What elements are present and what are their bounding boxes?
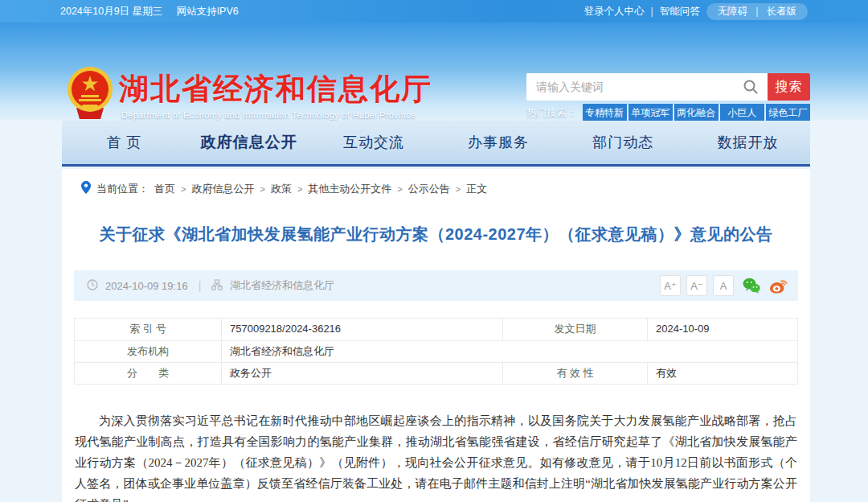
accessibility-mode-link[interactable]: 无障碍 [718, 5, 748, 19]
breadcrumb-other-docs[interactable]: 其他主动公开文件 [308, 182, 391, 196]
font-reset-button[interactable]: A [713, 275, 734, 296]
topbar-separator: | [755, 6, 758, 17]
nav-item-gov-info[interactable]: 政府信息公开 [186, 121, 311, 164]
breadcrumb-gov-info[interactable]: 政府信息公开 [191, 182, 254, 196]
nav-item-department-news[interactable]: 部门动态 [561, 121, 686, 164]
article-body: 为深入贯彻落实习近平总书记在新时代推动中部地区崛起座谈会上的指示精神，以及国务院… [75, 410, 797, 502]
hot-tag-zhuanjingtexin[interactable]: 专精特新 [583, 104, 627, 122]
meta-validity-label: 有 效 性 [503, 362, 648, 384]
hot-tag-danxiangguanjun[interactable]: 单项冠军 [628, 104, 673, 122]
meta-divider: | [199, 279, 202, 292]
breadcrumb-separator: > [181, 184, 186, 194]
article-meta-bar: 2024-10-09 19:16 | 湖北省经济和信息化厅 A⁺ A⁻ A [74, 270, 798, 301]
topbar-right: 登录个人中心 | 智能问答 无障碍 | 长者版 [584, 3, 809, 20]
clock-icon [87, 279, 98, 293]
elder-version-link[interactable]: 长者版 [767, 5, 797, 19]
site-header: 湖北省经济和信息化厅 Department of Economy and Inf… [0, 23, 868, 121]
meta-validity-value: 有效 [648, 362, 797, 384]
hot-tag-lianghuaronghe[interactable]: 两化融合 [674, 104, 719, 122]
font-decrease-button[interactable]: A⁻ [686, 275, 707, 296]
ipv6-support-label: 网站支持IPV6 [177, 6, 239, 17]
breadcrumb-separator: > [456, 184, 461, 194]
article-meta-right: A⁺ A⁻ A [660, 275, 788, 296]
search-input[interactable] [526, 73, 768, 101]
meta-org-value: 湖北省经济和信息化厅 [222, 340, 797, 362]
meta-category-label: 分 类 [75, 362, 222, 384]
smart-qa-link[interactable]: 智能问答 [660, 5, 700, 19]
source-org-icon [211, 279, 223, 293]
search-icon [743, 79, 759, 95]
meta-issue-date-label: 发文日期 [503, 319, 648, 340]
login-personal-center-link[interactable]: 登录个人中心 [584, 5, 645, 19]
meta-org-label: 发布机构 [75, 340, 222, 362]
nav-item-interaction[interactable]: 互动交流 [311, 121, 436, 164]
site-title-english: Department of Economy and Information Te… [121, 110, 416, 120]
breadcrumb-current[interactable]: 正文 [466, 182, 487, 196]
meta-index-label: 索 引 号 [75, 319, 222, 340]
search-button[interactable]: 搜索 [768, 73, 810, 101]
breadcrumb-separator: > [397, 184, 402, 194]
hot-search-label: 热门搜索： [526, 106, 577, 120]
document-meta-table: 索 引 号 757009218/2024-36216 发文日期 2024-10-… [74, 318, 798, 385]
breadcrumb-separator: > [297, 184, 302, 194]
main-navigation: 首 页 政府信息公开 互动交流 办事服务 部门动态 数据开放 [62, 121, 810, 167]
top-utility-bar: 2024年10月9日 星期三 网站支持IPV6 登录个人中心 | 智能问答 无障… [0, 0, 868, 23]
font-increase-button[interactable]: A⁺ [660, 275, 681, 296]
breadcrumb-label: 当前位置： [96, 182, 149, 196]
national-emblem-icon [67, 66, 113, 122]
hot-search-row: 热门搜索： 专精特新 单项冠军 两化融合 小巨人 绿色工厂 [526, 104, 810, 122]
breadcrumb-policy[interactable]: 政策 [271, 182, 292, 196]
breadcrumb-separator: > [260, 184, 264, 194]
article-title: 关于征求《湖北省加快发展氢能产业行动方案（2024-2027年）（征求意见稿）》… [62, 224, 810, 245]
breadcrumb: 当前位置： 首页 > 政府信息公开 > 政策 > 其他主动公开文件 > 公示公告… [62, 169, 810, 196]
breadcrumb-home[interactable]: 首页 [154, 182, 175, 196]
meta-category-value: 政务公开 [222, 362, 503, 384]
site-title: 湖北省经济和信息化厅 [119, 69, 432, 109]
nav-item-home[interactable]: 首 页 [62, 121, 186, 164]
location-pin-icon [81, 181, 91, 196]
article-meta-left: 2024-10-09 19:16 | 湖北省经济和信息化厅 [87, 278, 334, 293]
search-bar: 搜索 [526, 73, 810, 101]
weibo-share-icon[interactable] [769, 276, 788, 295]
topbar-separator: | [651, 6, 653, 17]
breadcrumb-announcements[interactable]: 公示公告 [408, 182, 450, 196]
wechat-share-icon[interactable] [742, 276, 761, 295]
meta-index-value: 757009218/2024-36216 [222, 319, 503, 340]
current-date: 2024年10月9日 星期三 [60, 6, 162, 17]
hot-tag-xiaojuren[interactable]: 小巨人 [720, 104, 764, 122]
meta-issue-date-value: 2024-10-09 [648, 319, 797, 340]
publish-time: 2024-10-09 19:16 [105, 280, 188, 292]
topbar-left: 2024年10月9日 星期三 网站支持IPV6 [60, 5, 250, 19]
accessibility-pill: 无障碍 | 长者版 [706, 3, 808, 20]
hot-tag-lvsegongchang[interactable]: 绿色工厂 [766, 104, 810, 122]
content-panel: 当前位置： 首页 > 政府信息公开 > 政策 > 其他主动公开文件 > 公示公告… [62, 169, 810, 502]
nav-item-open-data[interactable]: 数据开放 [686, 121, 810, 164]
nav-item-services[interactable]: 办事服务 [436, 121, 561, 164]
article-source: 湖北省经济和信息化厅 [230, 278, 334, 293]
